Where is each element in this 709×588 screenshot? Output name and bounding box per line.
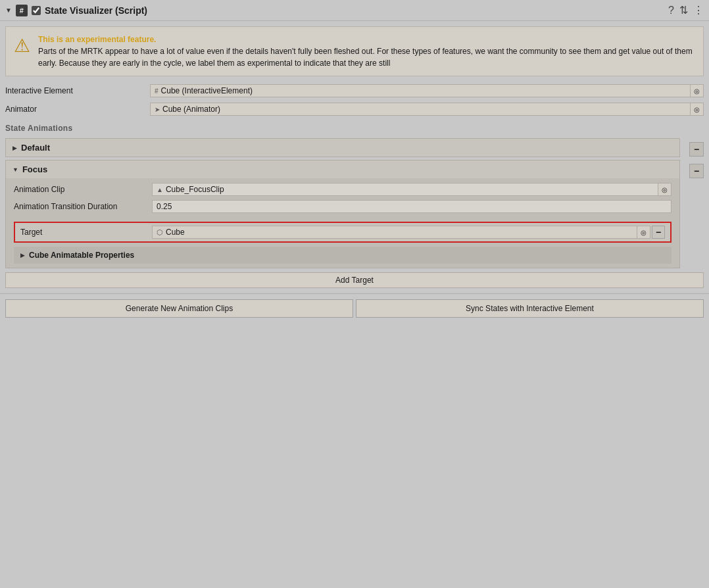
animator-field-icon: ➤ [155, 106, 160, 113]
transition-duration-label: Animation Transition Duration [14, 202, 152, 211]
target-label: Target [20, 228, 152, 237]
animator-select-btn[interactable]: ◎ [691, 103, 704, 116]
focus-group-header[interactable]: ▼ Focus [6, 160, 679, 178]
target-row: Target ⬡ Cube ◎ − [20, 226, 665, 239]
sync-states-button[interactable]: Sync States with Interactive Element [356, 299, 704, 318]
default-arrow: ▶ [12, 145, 17, 151]
focus-group-wrapper: ▼ Focus Animation Clip ▲ Cube_FocusClip … [0, 160, 685, 268]
warning-text: This is an experimental feature. Parts o… [38, 34, 695, 69]
animation-clip-select-btn[interactable]: ◎ [658, 183, 672, 196]
add-target-button[interactable]: Add Target [5, 272, 704, 288]
hash-field-icon: # [155, 87, 159, 95]
default-group-header[interactable]: ▶ Default [6, 139, 679, 157]
animator-label: Animator [5, 105, 150, 114]
header-icons: ? ⇅ ⋮ [668, 4, 704, 16]
animation-clip-label: Animation Clip [14, 185, 152, 194]
animation-clip-value: ▲ Cube_FocusClip [152, 183, 658, 196]
animatable-section[interactable]: ▶ Cube Animatable Properties [14, 247, 672, 264]
generate-clips-button[interactable]: Generate New Animation Clips [5, 299, 353, 318]
enabled-checkbox[interactable] [32, 6, 41, 15]
animator-value: ➤ Cube (Animator) [150, 103, 691, 116]
warning-box: ⚠ This is an experimental feature. Parts… [5, 26, 704, 76]
default-title: Default [21, 143, 50, 153]
focus-fields: Animation Clip ▲ Cube_FocusClip ◎ Animat… [6, 178, 679, 218]
header: ▼ # State Visualizer (Script) ? ⇅ ⋮ [0, 0, 709, 21]
more-icon[interactable]: ⋮ [693, 4, 704, 16]
state-animations-section: State Animations [0, 118, 709, 135]
target-value: ⬡ Cube [152, 226, 637, 239]
target-text: Cube [166, 228, 185, 237]
target-select-btn[interactable]: ◎ [637, 226, 650, 239]
component-title: State Visualizer (Script) [45, 5, 664, 16]
inspector-panel: ▼ # State Visualizer (Script) ? ⇅ ⋮ ⚠ Th… [0, 0, 709, 323]
focus-title: Focus [22, 164, 47, 174]
animatable-title: Cube Animatable Properties [29, 251, 134, 260]
transition-duration-row: Animation Transition Duration 0.25 [6, 198, 679, 215]
animation-clip-field: ▲ Cube_FocusClip ◎ [152, 183, 672, 196]
interactive-element-row: Interactive Element # Cube (InteractiveE… [0, 82, 709, 100]
transition-duration-value[interactable]: 0.25 [152, 200, 672, 213]
animator-field: ➤ Cube (Animator) ◎ [150, 103, 704, 116]
help-icon[interactable]: ? [668, 5, 674, 16]
bottom-buttons: Generate New Animation Clips Sync States… [0, 293, 709, 323]
animatable-header: ▶ Cube Animatable Properties [20, 251, 665, 260]
focus-group: ▼ Focus Animation Clip ▲ Cube_FocusClip … [5, 160, 680, 268]
transition-duration-text: 0.25 [157, 202, 172, 211]
warning-icon: ⚠ [14, 35, 30, 57]
interactive-element-select-btn[interactable]: ◎ [691, 84, 704, 97]
animation-clip-row: Animation Clip ▲ Cube_FocusClip ◎ [6, 181, 679, 198]
clip-icon: ▲ [157, 186, 163, 193]
warning-body: Parts of the MRTK appear to have a lot o… [38, 45, 695, 69]
focus-minus-btn[interactable]: − [689, 164, 704, 178]
animator-row: Animator ➤ Cube (Animator) ◎ [0, 100, 709, 118]
animatable-arrow: ▶ [20, 252, 25, 258]
default-minus-btn[interactable]: − [689, 142, 704, 157]
interactive-element-value: # Cube (InteractiveElement) [150, 84, 691, 97]
script-icon: # [16, 5, 28, 16]
interactive-element-text: Cube (InteractiveElement) [161, 86, 253, 95]
animation-clip-text: Cube_FocusClip [166, 185, 224, 194]
focus-arrow: ▼ [12, 166, 18, 173]
target-section: Target ⬡ Cube ◎ − [14, 222, 672, 243]
default-group-wrapper: ▶ Default − [0, 138, 685, 157]
interactive-element-field: # Cube (InteractiveElement) ◎ [150, 84, 704, 97]
warning-title: This is an experimental feature. [38, 34, 695, 45]
interactive-element-label: Interactive Element [5, 86, 150, 95]
target-value-container: ⬡ Cube ◎ − [152, 226, 665, 239]
target-cube-icon: ⬡ [157, 228, 163, 237]
add-target-label: Add Target [335, 276, 374, 285]
animator-text: Cube (Animator) [162, 105, 220, 114]
layout-icon[interactable]: ⇅ [679, 4, 688, 16]
target-minus-btn[interactable]: − [652, 226, 665, 239]
default-group: ▶ Default [5, 138, 680, 157]
collapse-arrow[interactable]: ▼ [5, 7, 12, 14]
